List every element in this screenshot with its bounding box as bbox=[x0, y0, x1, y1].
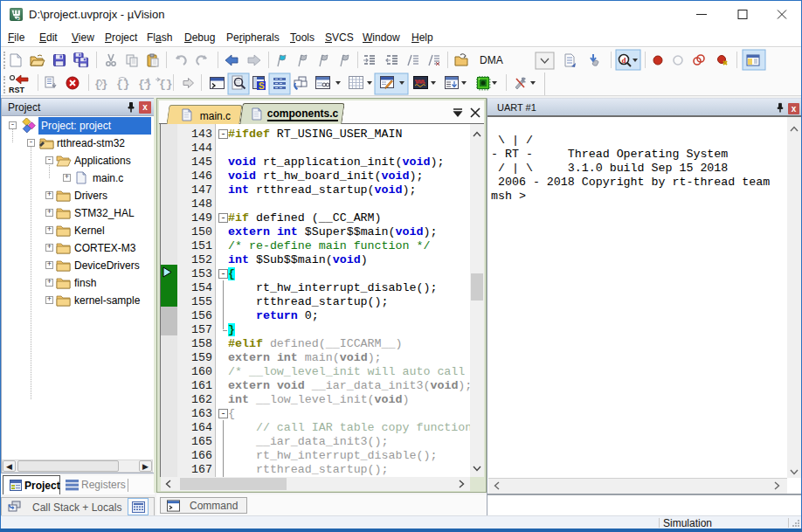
svg-text:d: d bbox=[621, 56, 626, 65]
svg-text:{}: {} bbox=[138, 78, 152, 91]
svg-text:{}: {} bbox=[159, 78, 173, 91]
svg-text:DMA: DMA bbox=[480, 54, 503, 66]
svg-text:S: S bbox=[259, 81, 265, 91]
svg-text:{}: {} bbox=[116, 78, 130, 91]
svg-text:RST: RST bbox=[9, 86, 25, 94]
